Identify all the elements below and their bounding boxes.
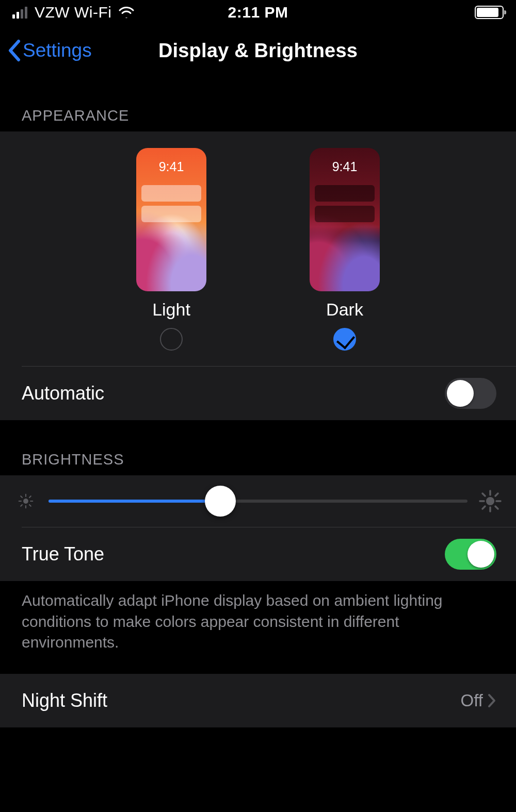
sun-max-icon — [479, 490, 502, 512]
battery-icon — [475, 6, 504, 19]
appearance-group: 9:41 Light 9:41 Dark Automatic — [0, 131, 516, 420]
svg-line-7 — [21, 505, 22, 506]
true-tone-switch[interactable] — [445, 539, 496, 570]
preview-time: 9:41 — [136, 159, 206, 174]
svg-line-5 — [21, 496, 22, 498]
cellular-signal-icon — [12, 6, 27, 19]
night-shift-row[interactable]: Night Shift Off — [0, 674, 516, 727]
automatic-row: Automatic — [0, 367, 516, 420]
svg-point-9 — [486, 497, 494, 505]
appearance-option-light[interactable]: 9:41 Light — [136, 148, 206, 351]
svg-line-16 — [482, 506, 485, 509]
chevron-right-icon — [487, 693, 496, 708]
light-preview-thumb: 9:41 — [136, 148, 206, 291]
chevron-left-icon — [7, 39, 22, 62]
svg-line-8 — [29, 496, 31, 498]
brightness-group: True Tone — [0, 475, 516, 581]
carrier-label: VZW Wi-Fi — [35, 4, 111, 21]
automatic-label: Automatic — [22, 383, 104, 404]
brightness-slider[interactable] — [49, 486, 467, 517]
brightness-slider-row — [0, 475, 516, 527]
svg-line-15 — [495, 506, 498, 509]
status-bar: VZW Wi-Fi 2:11 PM — [0, 0, 516, 25]
dark-preview-thumb: 9:41 — [310, 148, 380, 291]
true-tone-row: True Tone — [0, 527, 516, 581]
night-shift-value: Off — [461, 691, 483, 710]
true-tone-footer: Automatically adapt iPhone display based… — [0, 581, 516, 674]
nav-bar: Settings Display & Brightness — [0, 25, 516, 76]
night-shift-label: Night Shift — [22, 690, 107, 711]
section-header-appearance: APPEARANCE — [0, 76, 516, 131]
night-shift-group: Night Shift Off — [0, 674, 516, 727]
svg-point-0 — [23, 499, 28, 504]
wifi-icon — [119, 7, 134, 18]
svg-line-6 — [29, 505, 31, 506]
back-label: Settings — [23, 40, 92, 61]
svg-line-17 — [495, 493, 498, 496]
automatic-switch[interactable] — [445, 378, 496, 409]
light-radio[interactable] — [160, 328, 183, 351]
sun-min-icon — [18, 493, 34, 509]
section-header-brightness: BRIGHTNESS — [0, 420, 516, 475]
back-button[interactable]: Settings — [7, 39, 92, 62]
dark-radio[interactable] — [333, 328, 356, 351]
svg-line-14 — [482, 493, 485, 496]
light-label: Light — [152, 300, 190, 320]
preview-time: 9:41 — [310, 159, 380, 174]
dark-label: Dark — [326, 300, 363, 320]
appearance-option-dark[interactable]: 9:41 Dark — [310, 148, 380, 351]
true-tone-label: True Tone — [22, 543, 104, 565]
